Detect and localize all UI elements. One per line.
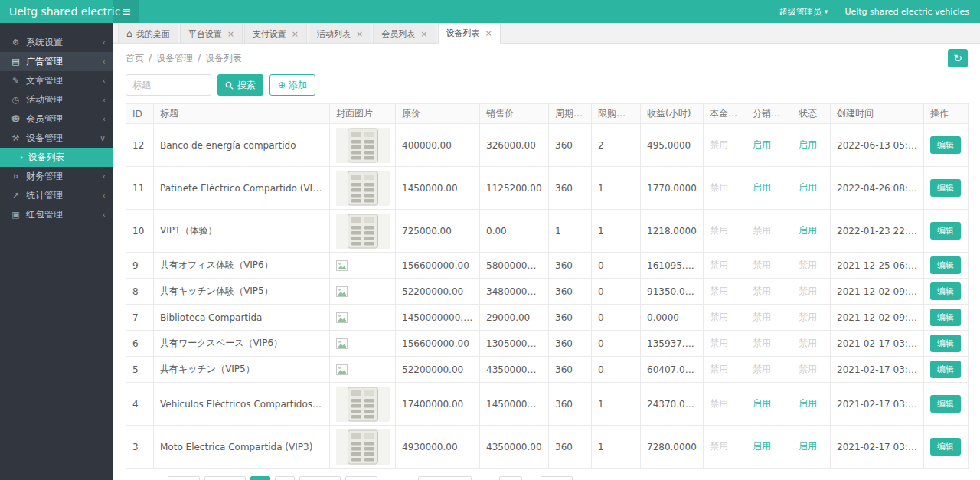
tab-activity-list[interactable]: 活动列表× (309, 24, 371, 43)
cell-distribution-dividend: 启用 (746, 167, 792, 210)
edit-button[interactable]: 编辑 (930, 256, 961, 274)
pagination-next-button[interactable]: 下一页 (299, 476, 341, 480)
sidebar-item-ad-management[interactable]: ▤广告管理‹ (0, 52, 113, 71)
tab-label: 活动列表 (317, 28, 351, 40)
tab-device-list[interactable]: 设备列表× (438, 23, 501, 44)
cell-principal-return: 禁用 (704, 383, 746, 426)
device-photo (336, 214, 390, 249)
broken-image-icon (336, 312, 348, 323)
tab-payment-settings[interactable]: 支付设置× (244, 24, 307, 43)
search-input[interactable] (126, 74, 211, 96)
cell-actions: 编辑 (924, 167, 969, 210)
edit-button[interactable]: 编辑 (930, 282, 961, 300)
refresh-icon: ↻ (953, 52, 962, 64)
pagination-first-button[interactable]: 首页 (168, 476, 200, 480)
edit-button[interactable]: 编辑 (930, 395, 961, 413)
user-role-label: 超级管理员 (779, 6, 822, 18)
cell-period: 360 (549, 279, 592, 305)
breadcrumb-item[interactable]: 设备管理 (156, 52, 193, 65)
cell-status: 禁用 (792, 279, 831, 305)
goto-confirm-button[interactable]: 确定 (541, 476, 573, 480)
device-photo (336, 128, 390, 163)
add-button[interactable]: ⊕ 添加 (270, 74, 315, 96)
cell-original-price: 52200000.00 (396, 357, 480, 383)
broken-image-icon (336, 338, 348, 349)
table-row: 3Moto Electrica Compartida (VIP3)4930000… (126, 426, 969, 469)
sidebar-toggle-button[interactable]: ≡ (113, 0, 139, 23)
cell-id: 5 (126, 357, 154, 383)
sidebar-item-system-settings[interactable]: ⚙系统设置‹ (0, 33, 113, 52)
column-header: ID (126, 104, 154, 124)
cell-actions: 编辑 (924, 331, 969, 357)
close-icon[interactable]: × (485, 28, 492, 38)
add-button-label: 添加 (289, 79, 307, 92)
pagination-page-2-button[interactable]: 2 (275, 476, 295, 480)
device-management-icon: ⚒ (11, 133, 21, 143)
breadcrumb-item[interactable]: 首页 (126, 52, 144, 65)
user-menu[interactable]: 超级管理员 ▾ (779, 6, 828, 18)
site-link[interactable]: Ueltg shared electric vehicles (844, 7, 969, 17)
tab-label: 支付设置 (253, 28, 286, 40)
close-icon[interactable]: × (356, 29, 363, 39)
cell-title: 共有キッチン（VIP5） (154, 357, 330, 383)
cell-income: 60407.0000 (641, 357, 704, 383)
cell-period: 360 (549, 253, 592, 279)
close-icon[interactable]: × (227, 29, 234, 39)
sidebar-item-stats-management[interactable]: ↗统计管理‹ (0, 186, 113, 205)
cell-income: 24370.0000 (641, 383, 704, 426)
cell-title: 共有キッチン体験（VIP5） (154, 279, 330, 305)
goto-page-input[interactable] (499, 476, 522, 480)
tab-desktop[interactable]: ⌂我的桌面 (118, 24, 178, 43)
cell-title: Patinete Eléctrico Compartido (VIP1) (154, 167, 330, 210)
cell-title: Biblioteca Compartida (154, 305, 330, 331)
chevron-icon: ‹ (103, 171, 106, 181)
chevron-icon: ‹ (103, 95, 106, 105)
chevron-down-icon: ▾ (825, 8, 828, 15)
cell-sale-price: 34800000.00 (480, 279, 549, 305)
device-photo (336, 387, 390, 422)
activity-management-icon: ◷ (11, 95, 21, 105)
edit-button[interactable]: 编辑 (930, 222, 961, 240)
cell-period: 360 (549, 357, 592, 383)
column-header: 创建时间 (831, 104, 924, 124)
refresh-button[interactable]: ↻ (948, 49, 968, 67)
edit-button[interactable]: 编辑 (930, 136, 961, 154)
tab-platform-settings[interactable]: 平台设置× (180, 24, 243, 43)
edit-button[interactable]: 编辑 (930, 335, 961, 352)
sidebar-item-article-management[interactable]: ✎文章管理‹ (0, 71, 113, 90)
pagination-page-1-button[interactable]: 1 (250, 476, 270, 480)
cell-actions: 编辑 (924, 305, 969, 331)
tab-member-list[interactable]: 会员列表× (373, 24, 436, 43)
sidebar-item-finance-management[interactable]: ¤财务管理‹ (0, 167, 113, 186)
cell-sale-price: 0.00 (480, 210, 549, 253)
sidebar-item-activity-management[interactable]: ◷活动管理‹ (0, 90, 113, 109)
home-icon: ⌂ (126, 28, 132, 39)
close-icon[interactable]: × (292, 29, 299, 39)
edit-button[interactable]: 编辑 (930, 438, 961, 456)
edit-button[interactable]: 编辑 (930, 309, 961, 326)
cell-created-time: 2022-06-13 05:29:39 (831, 124, 924, 167)
sidebar-item-device-management[interactable]: ⚒设备管理∨ (0, 129, 113, 148)
cell-status: 启用 (792, 426, 831, 469)
column-header: 分销分红 (746, 104, 792, 124)
cell-purchase-limit: 0 (592, 279, 641, 305)
device-photo (336, 429, 390, 465)
sidebar-item-redpacket-management[interactable]: ▣红包管理‹ (0, 205, 113, 224)
cell-cover-image (330, 279, 396, 305)
cell-created-time: 2021-12-02 09:50:14 (831, 279, 924, 305)
sidebar-subitem-device-list[interactable]: ›设备列表 (0, 148, 113, 167)
table-row: 5共有キッチン（VIP5）52200000.0043500000.0036006… (126, 357, 969, 383)
cell-purchase-limit: 1 (592, 210, 641, 253)
search-button[interactable]: 搜索 (217, 74, 263, 96)
pagination-last-button[interactable]: 尾页 (345, 476, 377, 480)
cell-income: 161095.0000 (641, 253, 704, 279)
close-icon[interactable]: × (420, 29, 427, 39)
page-size-select[interactable]: 10 条/页 (418, 476, 472, 480)
edit-button[interactable]: 编辑 (930, 361, 961, 378)
edit-button[interactable]: 编辑 (930, 179, 961, 197)
column-header: 限购数量 (592, 104, 641, 124)
cell-distribution-dividend: 启用 (746, 426, 792, 469)
sidebar-item-member-management[interactable]: ☻会员管理‹ (0, 109, 113, 129)
cell-title: 共有ワークスペース（VIP6） (154, 331, 330, 357)
sidebar-item-label: 设备管理 (26, 132, 94, 145)
